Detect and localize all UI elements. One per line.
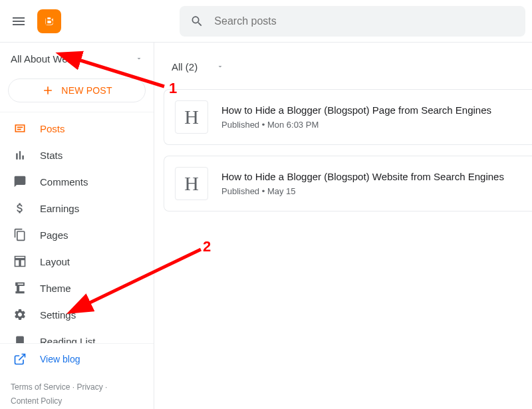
nav-earnings[interactable]: Earnings: [0, 195, 154, 221]
post-thumbnail: H: [175, 100, 208, 134]
layout-icon: [13, 255, 27, 268]
earnings-icon: [13, 202, 27, 215]
settings-icon: [13, 308, 27, 321]
nav-reading-list[interactable]: Reading List: [0, 328, 154, 343]
view-blog-link[interactable]: View blog: [0, 343, 154, 375]
main-area: All (2) H How to Hide a Blogger (Blogspo…: [154, 43, 532, 409]
posts-icon: [13, 122, 27, 135]
nav-theme[interactable]: Theme: [0, 275, 154, 301]
blog-selector[interactable]: All About Web: [0, 43, 154, 74]
post-card[interactable]: H How to Hide a Blogger (Blogspot) Page …: [164, 89, 532, 145]
nav-label: Theme: [40, 283, 71, 294]
nav-label: Reading List: [40, 336, 95, 343]
nav-layout[interactable]: Layout: [0, 248, 154, 275]
post-list: H How to Hide a Blogger (Blogspot) Page …: [164, 89, 532, 211]
external-link-icon: [13, 352, 27, 366]
search-icon: [190, 14, 203, 29]
search-input[interactable]: [214, 15, 515, 27]
nav-label: Comments: [40, 176, 88, 188]
blog-name: All About Web: [11, 53, 73, 65]
blogger-logo[interactable]: B: [37, 9, 61, 33]
terms-link[interactable]: Terms of Service: [11, 382, 70, 392]
chevron-down-icon: [135, 53, 143, 65]
theme-icon: [13, 281, 27, 295]
post-title: How to Hide a Blogger (Blogspot) Page fr…: [221, 104, 491, 116]
plus-icon: [41, 84, 55, 97]
footer-links: Terms of Service · Privacy · Content Pol…: [0, 375, 154, 409]
nav-comments[interactable]: Comments: [0, 168, 154, 195]
sidebar: All About Web NEW POST Posts Stats Comme…: [0, 43, 154, 409]
post-title: How to Hide a Blogger (Blogspot) Website…: [221, 171, 504, 182]
bookmark-icon: [13, 335, 27, 343]
search-box[interactable]: [180, 6, 525, 37]
nav-pages[interactable]: Pages: [0, 221, 154, 248]
menu-icon[interactable]: [5, 8, 32, 35]
filter-dropdown[interactable]: All (2): [164, 53, 532, 80]
post-subtitle: Published • Mon 6:03 PM: [221, 120, 491, 130]
comments-icon: [13, 175, 27, 188]
view-blog-label: View blog: [40, 354, 80, 364]
filter-label: All (2): [172, 61, 198, 72]
nav-label: Layout: [40, 256, 70, 267]
new-post-label: NEW POST: [61, 85, 112, 96]
privacy-link[interactable]: Privacy: [76, 382, 102, 392]
nav-label: Pages: [40, 229, 68, 241]
nav-posts[interactable]: Posts: [0, 115, 154, 142]
annotation-label-2: 2: [203, 238, 211, 255]
chevron-down-icon: [216, 61, 224, 72]
nav-label: Earnings: [40, 203, 79, 214]
nav-stats[interactable]: Stats: [0, 142, 154, 168]
post-subtitle: Published • May 15: [221, 186, 504, 196]
nav-settings[interactable]: Settings: [0, 301, 154, 328]
nav-label: Posts: [40, 123, 65, 134]
pages-icon: [13, 228, 27, 241]
post-thumbnail: H: [175, 167, 208, 200]
post-card[interactable]: H How to Hide a Blogger (Blogspot) Websi…: [164, 156, 532, 211]
nav-label: Stats: [40, 150, 63, 161]
nav-list: Posts Stats Comments Earnings Pages Layo…: [0, 112, 154, 343]
stats-icon: [13, 148, 27, 162]
new-post-button[interactable]: NEW POST: [8, 78, 146, 102]
topbar: B: [0, 0, 532, 43]
content-policy-link[interactable]: Content Policy: [11, 396, 62, 406]
annotation-label-1: 1: [169, 80, 177, 97]
nav-label: Settings: [40, 309, 76, 321]
